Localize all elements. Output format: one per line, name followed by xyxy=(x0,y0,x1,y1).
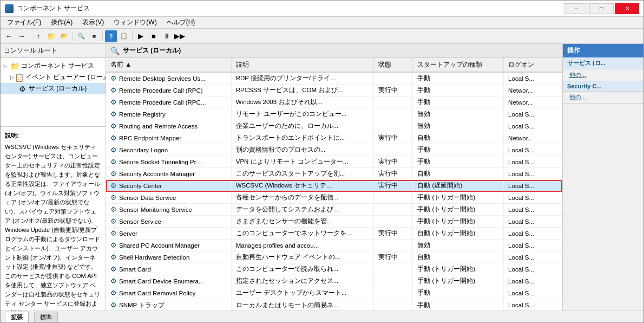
service-desc-cell: データを公開してシステムおよび... xyxy=(231,204,374,216)
service-startup-cell: 手動 xyxy=(413,144,504,156)
table-row[interactable]: ⚙Shell Hardware Detection自動再生ハードウェア イベント… xyxy=(106,251,562,263)
table-row[interactable]: ⚙Routing and Remote Access企業ユーザーのために、ローカ… xyxy=(106,120,562,132)
service-status-cell xyxy=(374,240,413,251)
tree-item-event-viewer[interactable]: ▷ 📋 イベント ビューアー (ローカル) xyxy=(1,72,106,83)
minimize-button[interactable]: － xyxy=(564,3,588,14)
service-startup-cell: 自動 xyxy=(413,132,504,144)
service-startup-cell: 手動 (トリガー開始) xyxy=(413,204,504,216)
service-status-cell xyxy=(374,275,413,287)
folder-button[interactable]: 📁 xyxy=(45,30,57,42)
right-panel-header: 操作 xyxy=(563,44,643,57)
table-row[interactable]: ⚙Security Accounts Managerこのサービスのスタートアップ… xyxy=(106,168,562,180)
view-button[interactable]: ≡ xyxy=(88,30,100,42)
tree-item-services[interactable]: ⚙ サービス (ローカル) xyxy=(1,83,106,94)
forward-button[interactable]: → xyxy=(16,30,28,42)
service-desc-cell: ローカルまたはリモートの簡易ネ... xyxy=(231,299,374,311)
service-desc-cell: 各種センサーからのデータを配信... xyxy=(231,192,374,204)
menubar: ファイル(F) 操作(A) 表示(V) ウィンドウ(W) ヘルプ(H) xyxy=(1,17,643,29)
toolbar: ← → ↑ 📁 📂 🔍 ≡ ? 📋 ▶ ■ ⏸ ▶▶ xyxy=(1,29,643,44)
table-row[interactable]: ⚙Remote Registryリモート ユーザーがこのコンピュー...無効Lo… xyxy=(106,108,562,120)
table-row[interactable]: ⚙Remote Desktop Services Us...RDP 接続用のプリ… xyxy=(106,72,562,85)
service-gear-icon: ⚙ xyxy=(110,265,117,273)
col-name[interactable]: 名前 ▲ xyxy=(106,58,231,72)
service-startup-cell: 手動 (トリガー開始) xyxy=(413,216,504,228)
service-desc-cell: このサービスのスタートアップを別... xyxy=(231,168,374,180)
close-button[interactable]: ✕ xyxy=(615,3,639,14)
description-title: 説明: xyxy=(5,131,101,140)
menu-help[interactable]: ヘルプ(H) xyxy=(162,17,200,28)
service-desc-cell: RDP 接続用のプリンター/ドライ... xyxy=(231,72,374,85)
table-row[interactable]: ⚙Secondary Logon別の資格情報でのプロセスの...手動Local … xyxy=(106,144,562,156)
tab-extended[interactable]: 拡張 xyxy=(5,312,29,322)
table-row[interactable]: ⚙SNMP トラップローカルまたはリモートの簡易ネ...手動Local S... xyxy=(106,299,562,311)
restart-button[interactable]: ▶▶ xyxy=(174,30,186,42)
service-name-cell: ⚙Remote Registry xyxy=(106,108,231,120)
service-name-cell: ⚙Smart Card Removal Policy xyxy=(106,287,231,299)
event-icon: 📋 xyxy=(15,73,23,82)
pause-button[interactable]: ⏸ xyxy=(161,30,173,42)
table-row[interactable]: ⚙Remote Procedure Call (RPC...Windows 20… xyxy=(106,96,562,108)
service-name-cell: ⚙Routing and Remote Access xyxy=(106,120,231,132)
panel-header-title: サービス (ローカル) xyxy=(123,46,181,55)
export-button[interactable]: 📋 xyxy=(118,30,130,42)
service-startup-cell: 無効 xyxy=(413,240,504,251)
service-logon-cell: Local S... xyxy=(504,275,562,287)
service-status-cell xyxy=(374,120,413,132)
service-name-cell: ⚙Security Center xyxy=(106,180,231,192)
table-row[interactable]: ⚙Sensor Monitoring Serviceデータを公開してシステムおよ… xyxy=(106,204,562,216)
service-status-cell xyxy=(374,96,413,108)
app-icon xyxy=(5,4,14,13)
back-button[interactable]: ← xyxy=(3,30,15,42)
tab-standard[interactable]: 標準 xyxy=(34,312,58,322)
services-table[interactable]: 名前 ▲ 説明 状態 スタートアップの種類 ログオン ⚙Remote Deskt… xyxy=(106,58,562,311)
service-gear-icon: ⚙ xyxy=(110,253,117,261)
maximize-button[interactable]: □ xyxy=(589,3,614,14)
table-row[interactable]: ⚙Secure Socket Tunneling Pr...VPN によりリモー… xyxy=(106,156,562,168)
service-logon-cell: Local S... xyxy=(504,144,562,156)
up-button[interactable]: ↑ xyxy=(32,30,44,42)
table-row[interactable]: ⚙Smart Card Device Enumera...指定されたセッションに… xyxy=(106,275,562,287)
stop-button[interactable]: ■ xyxy=(148,30,160,42)
service-startup-cell: 自動 (トリガー開始) xyxy=(413,228,504,240)
service-logon-cell: Local S... xyxy=(504,287,562,299)
service-name-cell: ⚙Remote Desktop Services Us... xyxy=(106,72,231,85)
tree: ▷ 📁 コンポーネント サービス ▷ 📋 イベント ビューアー (ローカル) ⚙… xyxy=(1,58,106,126)
service-gear-icon: ⚙ xyxy=(110,122,117,130)
table-row[interactable]: ⚙Sensor Serviceさまざまなセンサーの機能を管...手動 (トリガー… xyxy=(106,216,562,228)
menu-file[interactable]: ファイル(F) xyxy=(3,17,45,28)
table-row[interactable]: ⚙Remote Procedure Call (RPC)RPCSSS サービスは… xyxy=(106,85,562,96)
col-status[interactable]: 状態 xyxy=(374,58,413,72)
table-header-row: 名前 ▲ 説明 状態 スタートアップの種類 ログオン xyxy=(106,58,562,72)
folders-button[interactable]: 📂 xyxy=(58,30,70,42)
service-gear-icon: ⚙ xyxy=(110,289,117,297)
table-row[interactable]: ⚙RPC Endpoint Mapperトランスポートのエンドポイントに...実… xyxy=(106,132,562,144)
service-name-cell: ⚙RPC Endpoint Mapper xyxy=(106,132,231,144)
menu-view[interactable]: 表示(V) xyxy=(78,17,108,28)
service-logon-cell: Local S... xyxy=(504,263,562,275)
service-status-cell xyxy=(374,72,413,85)
table-row[interactable]: ⚙Smart Card Removal Policyユーザー デスクトップからス… xyxy=(106,287,562,299)
table-row[interactable]: ⚙Shared PC Account ManagerManages profil… xyxy=(106,240,562,251)
table-row[interactable]: ⚙Smart Cardこのコンピューターで読み取られ...手動 (トリガー開始)… xyxy=(106,263,562,275)
table-row[interactable]: ⚙Security CenterWSCSVC (Windows セキュリテ...… xyxy=(106,180,562,192)
col-logon[interactable]: ログオン xyxy=(504,58,562,72)
play-button[interactable]: ▶ xyxy=(135,30,147,42)
col-startup[interactable]: スタートアップの種類 xyxy=(413,58,504,72)
menu-window[interactable]: ウィンドウ(W) xyxy=(109,17,161,28)
table-row[interactable]: ⚙Serverこのコンピューターでネットワークを...実行中自動 (トリガー開始… xyxy=(106,228,562,240)
service-startup-cell: 手動 xyxy=(413,96,504,108)
right-panel-item-1[interactable]: 他の... xyxy=(563,69,643,81)
help-icon-button[interactable]: ? xyxy=(105,30,117,42)
menu-action[interactable]: 操作(A) xyxy=(47,17,77,28)
service-desc-cell: リモート ユーザーがこのコンピュー... xyxy=(231,108,374,120)
sidebar-header: コンソール ルート xyxy=(1,44,106,58)
right-panel-section-2-header: Security C... xyxy=(563,81,643,92)
table-row[interactable]: ⚙Sensor Data Service各種センサーからのデータを配信...手動… xyxy=(106,192,562,204)
tree-item-component-services[interactable]: ▷ 📁 コンポーネント サービス xyxy=(1,60,106,72)
col-desc[interactable]: 説明 xyxy=(231,58,374,72)
statusbar: 拡張 標準 xyxy=(1,311,643,322)
service-logon-cell: Local S... xyxy=(504,120,562,132)
search-button[interactable]: 🔍 xyxy=(75,30,87,42)
service-name-cell: ⚙Sensor Monitoring Service xyxy=(106,204,231,216)
right-panel-item-2[interactable]: 他の... xyxy=(563,92,643,103)
